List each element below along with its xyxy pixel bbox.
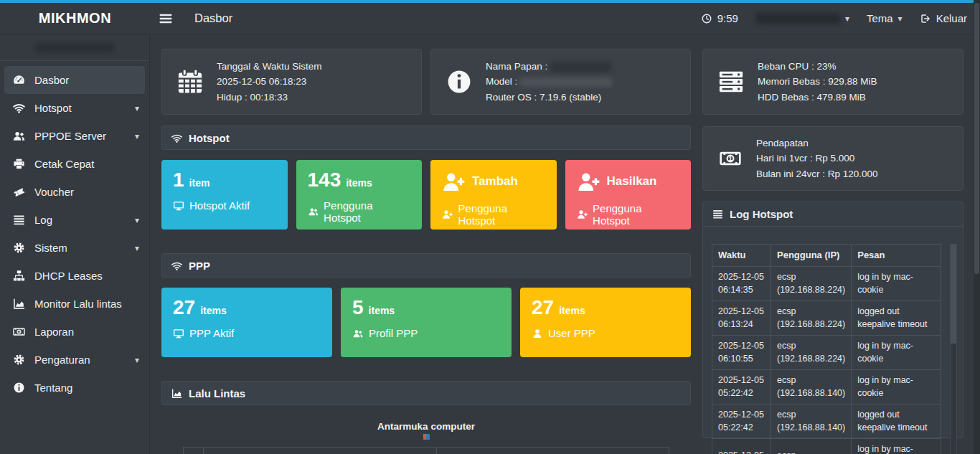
board-model-redacted xyxy=(520,77,612,87)
page-title: Dasbor xyxy=(194,11,232,25)
chart-area-icon xyxy=(171,387,183,399)
brand-logo[interactable]: MIKHMON xyxy=(0,10,150,27)
chevron-down-icon: ▾ xyxy=(898,14,903,23)
pengguna-hotspot-count: 143 xyxy=(308,170,341,190)
system-uptime: Hidup : 00:18:33 xyxy=(217,90,322,105)
traffic-table-cell xyxy=(204,448,437,454)
sidebar-item-label: Hotspot xyxy=(34,102,72,114)
table-row: 2025-12-0506:10:55 ecsp(192.168.88.224) … xyxy=(712,336,941,370)
logout-button[interactable]: Keluar xyxy=(920,12,967,24)
pengguna-hotspot-box[interactable]: 143 items Pengguna Hotspot xyxy=(296,160,423,230)
user-plus-icon xyxy=(442,209,453,220)
sidebar-item-label: Dasbor xyxy=(34,74,69,86)
hasilkan-pengguna-box[interactable]: Hasilkan Pengguna Hotspot xyxy=(565,160,692,230)
user-ppp-box[interactable]: 27 items User PPP xyxy=(520,288,691,357)
calendar-icon xyxy=(175,67,205,97)
ticket-icon xyxy=(11,185,27,199)
page-scrollbar-thumb[interactable] xyxy=(974,3,979,274)
chevron-down-icon: ▾ xyxy=(135,216,139,224)
sidebar-item-label: PPPOE Server xyxy=(34,130,106,142)
hasilkan-title: Hasilkan xyxy=(607,174,657,189)
hotspot-section-header: Hotspot xyxy=(161,126,691,150)
wifi-icon xyxy=(11,101,27,115)
clock-icon xyxy=(701,13,712,24)
log-hotspot-table: Waktu Pengguna (IP) Pesan 2025-12-0506:1… xyxy=(712,244,941,454)
sidebar-item-laporan[interactable]: Laporan xyxy=(0,318,149,346)
desktop-icon xyxy=(173,328,184,339)
sidebar-item-cetak-cepat[interactable]: Cetak Cepat xyxy=(0,150,149,178)
content-area: Tanggal & Waktu Sistem 2025-12-05 06:18:… xyxy=(150,34,980,454)
table-row: 2025-12-0506:14:35 ecsp(192.168.88.224) … xyxy=(712,267,941,301)
gear-icon xyxy=(11,241,27,255)
free-memory: Memori Bebas : 929.88 MiB xyxy=(758,74,877,90)
hamburger-menu-icon[interactable] xyxy=(157,11,174,26)
wifi-icon xyxy=(171,132,183,144)
page-scrollbar[interactable] xyxy=(974,0,980,454)
log-scrollbar[interactable] xyxy=(950,244,957,454)
hotspot-aktif-count: 1 xyxy=(173,170,184,190)
log-hotspot-panel: Log Hotspot Waktu Pengguna (IP) Pesan xyxy=(702,202,963,438)
income-today: Hari ini 1vcr : Rp 5.000 xyxy=(756,151,878,166)
info-icon xyxy=(444,67,474,97)
tambah-pengguna-box[interactable]: Tambah Pengguna Hotspot xyxy=(430,160,557,230)
sidebar-item-label: Tentang xyxy=(34,382,72,394)
navbar: MIKHMON Dasbor 9:59 ▾ Tema ▾ Keluar xyxy=(0,3,980,34)
income-month: Bulan ini 24vcr : Rp 120.000 xyxy=(756,166,878,182)
cpu-load: Beban CPU : 23% xyxy=(758,59,877,75)
theme-label: Tema xyxy=(867,12,893,24)
profil-ppp-label: Profil PPP xyxy=(369,327,418,339)
money-icon xyxy=(716,146,745,171)
sidebar-item-sistem[interactable]: Sistem ▾ xyxy=(0,234,149,262)
sidebar-item-label: Log xyxy=(34,214,52,226)
system-datetime: 2025-12-05 06:18:23 xyxy=(217,74,322,90)
sidebar-item-dhcp-leases[interactable]: DHCP Leases xyxy=(0,262,149,290)
sidebar-item-tentang[interactable]: Tentang xyxy=(0,374,149,402)
ppp-aktif-label: PPP Aktif xyxy=(189,327,234,339)
sidebar-item-label: Sistem xyxy=(34,242,67,254)
server-icon xyxy=(716,67,746,97)
log-hotspot-title: Log Hotspot xyxy=(730,208,793,220)
sidebar-item-hotspot[interactable]: Hotspot ▾ xyxy=(0,94,149,122)
profil-ppp-box[interactable]: 5 items Profil PPP xyxy=(341,288,512,357)
chart-area-icon xyxy=(11,297,27,311)
sidebar-item-label: Pengaturan xyxy=(34,354,90,366)
profil-ppp-count: 5 xyxy=(352,298,364,318)
chevron-down-icon: ▾ xyxy=(135,104,139,113)
income-card: Pendapatan Hari ini 1vcr : Rp 5.000 Bula… xyxy=(702,126,963,191)
logout-label: Keluar xyxy=(936,12,967,24)
sitemap-icon xyxy=(11,269,27,283)
info-icon xyxy=(11,381,27,394)
sidebar-item-pppoe-server[interactable]: PPPOE Server ▾ xyxy=(0,122,149,150)
sidebar-item-dasbor[interactable]: Dasbor xyxy=(4,66,145,94)
mikhmon-dashboard: MIKHMON Dasbor 9:59 ▾ Tema ▾ Keluar xyxy=(0,0,980,454)
system-datetime-card: Tanggal & Waktu Sistem 2025-12-05 06:18:… xyxy=(161,49,422,115)
theme-dropdown[interactable]: Tema ▾ xyxy=(867,12,903,24)
table-row: 2025-12-05 ecsp log in by mac-cookie xyxy=(712,439,941,454)
log-hotspot-body: Waktu Pengguna (IP) Pesan 2025-12-0506:1… xyxy=(703,227,963,454)
navbar-right: 9:59 ▾ Tema ▾ Keluar xyxy=(701,12,980,24)
tambah-label: Pengguna Hotspot xyxy=(458,202,545,227)
hotspot-aktif-box[interactable]: 1 item Hotspot Aktif xyxy=(161,160,288,230)
session-dropdown[interactable]: ▾ xyxy=(755,13,849,24)
user-plus-icon xyxy=(577,209,588,220)
user-icon xyxy=(532,328,543,339)
session-time: 9:59 xyxy=(717,12,738,24)
ppp-aktif-box[interactable]: 27 items PPP Aktif xyxy=(161,288,332,357)
sidebar-nav: Dasbor Hotspot ▾ PPPOE Server ▾ Cetak Ce… xyxy=(0,61,149,402)
sidebar-item-monitor-lalu-lintas[interactable]: Monitor Lalu lintas xyxy=(0,290,149,318)
sidebar-item-voucher[interactable]: Voucher xyxy=(0,178,149,206)
sidebar-item-label: DHCP Leases xyxy=(34,270,103,282)
sidebar-item-log[interactable]: Log ▾ xyxy=(0,206,149,234)
desktop-icon xyxy=(173,200,184,212)
log-scrollbar-thumb[interactable] xyxy=(951,245,956,344)
traffic-table-cell xyxy=(184,448,204,454)
traffic-table xyxy=(183,447,669,454)
traffic-interface-title: Antarmuka computer xyxy=(161,421,691,432)
hotspot-section-title: Hotspot xyxy=(189,132,230,144)
sidebar-item-pengaturan[interactable]: Pengaturan ▾ xyxy=(0,346,149,374)
traffic-section-header: Lalu Lintas xyxy=(161,381,691,405)
money-icon xyxy=(11,325,27,339)
user-ppp-label: User PPP xyxy=(548,327,595,339)
sidebar-session-name-redacted xyxy=(35,43,114,52)
column-pesan: Pesan xyxy=(852,245,941,267)
